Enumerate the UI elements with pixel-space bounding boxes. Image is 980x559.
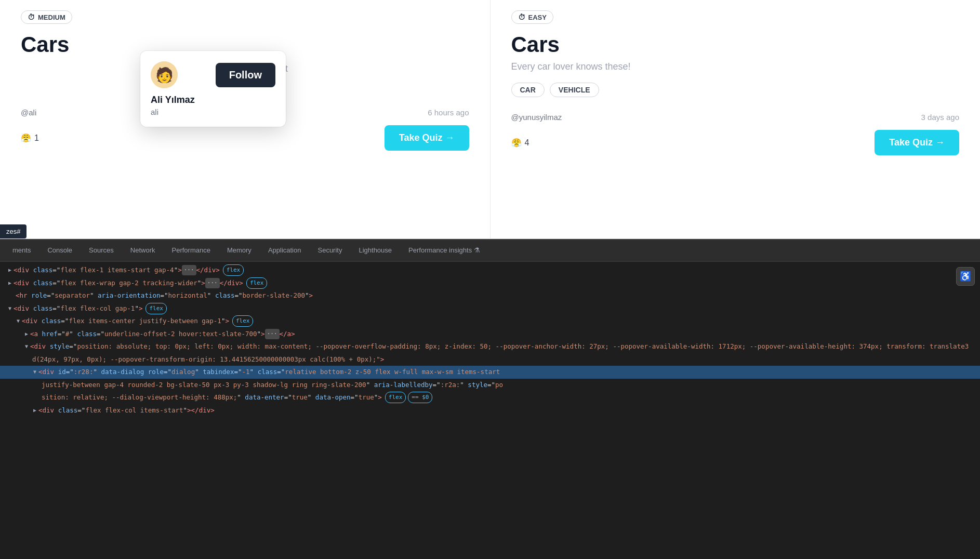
count-left: 1 <box>34 134 39 143</box>
tab-performance-insights[interactable]: Performance insights ⚗ <box>400 240 488 262</box>
triangle-8[interactable] <box>33 367 36 377</box>
quiz-title-right: Cars <box>511 32 960 57</box>
face-icon-left: 😤 <box>21 133 31 143</box>
code-line-1: <div class="flex flex-1 items-start gap-… <box>0 264 980 277</box>
ellipsis-6[interactable]: ··· <box>265 329 280 339</box>
code-line-5: <div class="flex items-center justify-be… <box>0 315 980 328</box>
code-line-7b: d(24px, 97px, 0px); --popover-transform-… <box>0 353 980 366</box>
triangle-2[interactable] <box>8 278 11 288</box>
tag-car: CAR <box>511 83 545 97</box>
take-quiz-btn-right[interactable]: Take Quiz → <box>875 130 959 155</box>
difficulty-badge-right: ⏱ EASY <box>511 10 553 24</box>
triangle-7[interactable] <box>25 342 28 351</box>
difficulty-label-left: MEDIUM <box>38 14 65 21</box>
author-handle-right: @yunusyilmaz <box>511 113 562 122</box>
tab-performance[interactable]: Performance <box>164 240 219 262</box>
devtools-panel: ments Console Sources Network Performanc… <box>0 239 980 559</box>
triangle-4[interactable] <box>8 304 11 313</box>
time-info-right: 3 days ago <box>921 113 959 122</box>
card-footer-left: 😤 1 Take Quiz → <box>21 125 469 151</box>
flask-icon: ⚗ <box>474 246 480 254</box>
emoji-count-left: 😤 1 <box>21 133 39 143</box>
avatar: 🧑 <box>151 61 178 88</box>
tab-memory[interactable]: Memory <box>219 240 260 262</box>
emoji-count-right: 😤 4 <box>511 138 529 148</box>
tags-row-right: CAR VEHICLE <box>511 83 960 97</box>
clock-icon-right: ⏱ <box>518 13 525 21</box>
difficulty-label-right: EASY <box>528 14 547 21</box>
author-handle-left: @ali <box>21 108 36 117</box>
tab-application[interactable]: Application <box>260 240 310 262</box>
tab-sources[interactable]: Sources <box>81 240 122 262</box>
code-line-2: <div class="flex flex-wrap gap-2 trackin… <box>0 277 980 290</box>
code-line-4: <div class="flex flex-col gap-1">flex <box>0 302 980 315</box>
accessibility-icon: ♿ <box>960 271 971 282</box>
code-line-8: <div id=":r28:" data-dialog role="dialog… <box>0 366 980 379</box>
devtools-tab-bar: ments Console Sources Network Performanc… <box>0 240 980 262</box>
face-icon-right: 😤 <box>511 138 522 148</box>
triangle-1[interactable] <box>8 265 11 275</box>
code-line-9: <div class="flex flex-col items-start"><… <box>0 404 980 417</box>
edge-breadcrumb-tag: zes# <box>0 224 27 238</box>
code-line-8c: sition: relative; --dialog-viewport-heig… <box>0 391 980 404</box>
meta-row-right: @yunusyilmaz 3 days ago <box>511 108 960 122</box>
tab-security[interactable]: Security <box>309 240 350 262</box>
tab-console[interactable]: Console <box>39 240 81 262</box>
popover-username: ali <box>151 108 275 116</box>
count-right: 4 <box>525 138 529 148</box>
quiz-cards-area: ⏱ MEDIUM Cars st @ali 6 hours ago 😤 1 Ta… <box>0 0 980 239</box>
take-quiz-btn-left[interactable]: Take Quiz → <box>385 125 469 151</box>
quiz-subtitle-right: Every car lover knows these! <box>511 61 960 72</box>
user-popover: 🧑 Follow Ali Yılmaz ali <box>140 51 286 127</box>
popover-name: Ali Yılmaz <box>151 95 275 105</box>
code-line-3: <hr role="separator" aria-orientation="h… <box>0 289 980 302</box>
ellipsis-1[interactable]: ··· <box>182 265 196 275</box>
quiz-card-right: ⏱ EASY Cars Every car lover knows these!… <box>491 0 981 239</box>
popover-header: 🧑 Follow <box>151 61 275 88</box>
tab-elements[interactable]: ments <box>4 240 39 262</box>
quiz-card-left: ⏱ MEDIUM Cars st @ali 6 hours ago 😤 1 Ta… <box>0 0 491 239</box>
follow-button[interactable]: Follow <box>216 63 275 87</box>
triangle-5[interactable] <box>17 316 20 326</box>
tag-vehicle: VEHICLE <box>550 83 599 97</box>
tab-lighthouse[interactable]: Lighthouse <box>350 240 400 262</box>
ellipsis-2[interactable]: ··· <box>205 278 220 288</box>
triangle-9[interactable] <box>33 406 36 415</box>
triangle-6[interactable] <box>25 329 28 339</box>
accessibility-button[interactable]: ♿ <box>956 267 975 286</box>
code-line-7: <div style="position: absolute; top: 0px… <box>0 340 980 353</box>
time-info-left: 6 hours ago <box>428 108 469 117</box>
difficulty-badge-left: ⏱ MEDIUM <box>21 10 72 24</box>
author-info-right: @yunusyilmaz <box>511 113 562 122</box>
code-line-8b: justify-between gap-4 rounded-2 bg-slate… <box>0 379 980 392</box>
code-line-6: <a href="#" class="underline-offset-2 ho… <box>0 328 980 341</box>
clock-icon: ⏱ <box>28 13 35 21</box>
author-info-left: @ali <box>21 108 36 117</box>
tab-network[interactable]: Network <box>122 240 164 262</box>
devtools-code-content: <div class="flex flex-1 items-start gap-… <box>0 262 980 559</box>
card-footer-right: 😤 4 Take Quiz → <box>511 130 960 155</box>
